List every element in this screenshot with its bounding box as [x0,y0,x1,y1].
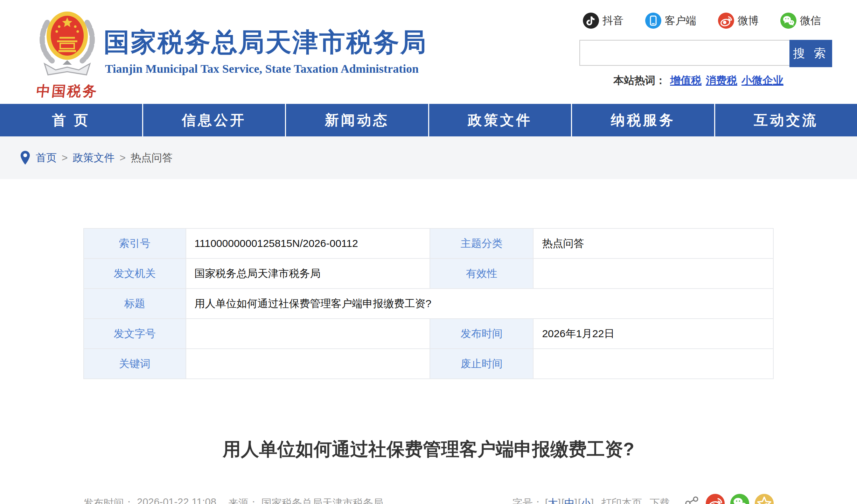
nav-item-tax-services[interactable]: 纳税服务 [571,104,714,136]
tax-emblem-icon [33,8,102,79]
app-client-icon [645,13,661,29]
hot-word-link-vat[interactable]: 增值税 [670,73,702,88]
print-page-button[interactable]: 打印本页 [601,496,642,504]
nav-item-news[interactable]: 新闻动态 [285,104,428,136]
keywords-value [186,349,430,379]
share-weibo-icon[interactable] [706,494,725,504]
share-wechat-icon[interactable] [730,494,749,504]
validity-label: 有效性 [430,258,534,289]
content-area: 索引号 11100000000125815N/2026-00112 主题分类 热… [83,228,774,504]
table-row: 索引号 11100000000125815N/2026-00112 主题分类 热… [84,228,773,258]
repeal-date-value [533,349,773,379]
category-value: 热点问答 [533,228,773,258]
breadcrumb-home[interactable]: 首页 [36,151,57,165]
breadcrumb: 首页 > 政策文件 > 热点问答 [0,136,857,179]
source-label: 来源： [228,496,259,504]
publish-date-label: 发布时间 [430,319,534,349]
font-size-large[interactable]: [大] [545,496,561,504]
share-icons [684,494,774,504]
font-size-medium[interactable]: [中] [562,496,577,504]
social-client-label: 客户端 [665,14,696,28]
article-toolbar: 字号： [大] [中] [小] 打印本页 下载 [513,494,774,504]
social-client[interactable]: 客户端 [645,13,696,29]
social-wechat-label: 微信 [800,14,821,28]
hot-words: 本站热词： 增值税 消费税 小微企业 [613,73,783,88]
breadcrumb-separator: > [120,152,126,164]
document-meta-table: 索引号 11100000000125815N/2026-00112 主题分类 热… [83,228,774,379]
publish-time-label: 发布时间： [83,496,134,504]
main-nav: 首 页 信息公开 新闻动态 政策文件 纳税服务 互动交流 [0,104,857,136]
douyin-icon [583,13,599,29]
search-bar: 搜 索 [579,40,832,67]
hot-word-link-consumption-tax[interactable]: 消费税 [706,73,737,88]
index-number-label: 索引号 [84,228,186,258]
category-label: 主题分类 [430,228,534,258]
download-button[interactable]: 下载 [650,496,670,504]
breadcrumb-current: 热点问答 [131,151,173,165]
table-row: 发文机关 国家税务总局天津市税务局 有效性 [84,258,773,289]
social-wechat[interactable]: 微信 [780,13,821,29]
site-header: 中国税务 国家税务总局天津市税务局 Tianjin Municipal Tax … [0,0,857,104]
social-douyin-label: 抖音 [602,14,623,28]
validity-value [533,258,773,289]
doc-title-value: 用人单位如何通过社保费管理客户端申报缴费工资? [186,289,773,319]
font-size-small[interactable]: [小] [578,496,594,504]
breadcrumb-separator: > [62,152,68,164]
site-title: 国家税务总局天津市税务局 [104,25,427,60]
table-row: 发文字号 发布时间 2026年1月22日 [84,319,773,349]
publish-date-value: 2026年1月22日 [533,319,773,349]
publish-info: 发布时间： 2026-01-22 11:08 来源： 国家税务总局天津市税务局 [83,496,383,504]
site-subtitle: Tianjin Municipal Tax Service, State Tax… [105,62,419,76]
nav-item-home[interactable]: 首 页 [0,104,142,136]
social-douyin[interactable]: 抖音 [583,13,623,29]
nav-item-policy-documents[interactable]: 政策文件 [428,104,571,136]
issuing-agency-value: 国家税务总局天津市税务局 [186,258,430,289]
article-title: 用人单位如何通过社保费管理客户端申报缴费工资? [83,437,774,462]
font-size-label: 字号： [513,496,543,504]
article-meta-bar: 发布时间： 2026-01-22 11:08 来源： 国家税务总局天津市税务局 … [83,494,774,504]
index-number-value: 11100000000125815N/2026-00112 [186,228,430,258]
publish-time-value: 2026-01-22 11:08 [137,496,216,504]
search-input[interactable] [579,40,789,66]
repeal-date-label: 废止时间 [430,349,534,379]
table-row: 关键词 废止时间 [84,349,773,379]
nav-item-interaction[interactable]: 互动交流 [714,104,857,136]
search-button[interactable]: 搜 索 [789,40,832,67]
weibo-icon [718,13,734,29]
hot-word-link-small-business[interactable]: 小微企业 [741,73,783,88]
breadcrumb-policy-documents[interactable]: 政策文件 [73,151,115,165]
logo-caption: 中国税务 [31,81,103,101]
doc-number-label: 发文字号 [84,319,186,349]
social-weibo-label: 微博 [738,14,759,28]
doc-number-value [186,319,430,349]
site-logo: 中国税务 [32,8,102,101]
wechat-icon [780,13,796,29]
social-weibo[interactable]: 微博 [718,13,759,29]
location-pin-icon [20,150,31,165]
share-icon[interactable] [684,495,700,504]
keywords-label: 关键词 [84,349,186,379]
hot-words-label: 本站热词： [613,73,666,88]
social-links: 抖音 客户端 微博 [583,13,821,29]
table-row: 标题 用人单位如何通过社保费管理客户端申报缴费工资? [84,289,773,319]
issuing-agency-label: 发文机关 [84,258,186,289]
source-value: 国家税务总局天津市税务局 [262,496,383,504]
nav-item-info-disclosure[interactable]: 信息公开 [142,104,285,136]
share-qzone-icon[interactable] [755,494,774,504]
doc-title-label: 标题 [84,289,186,319]
